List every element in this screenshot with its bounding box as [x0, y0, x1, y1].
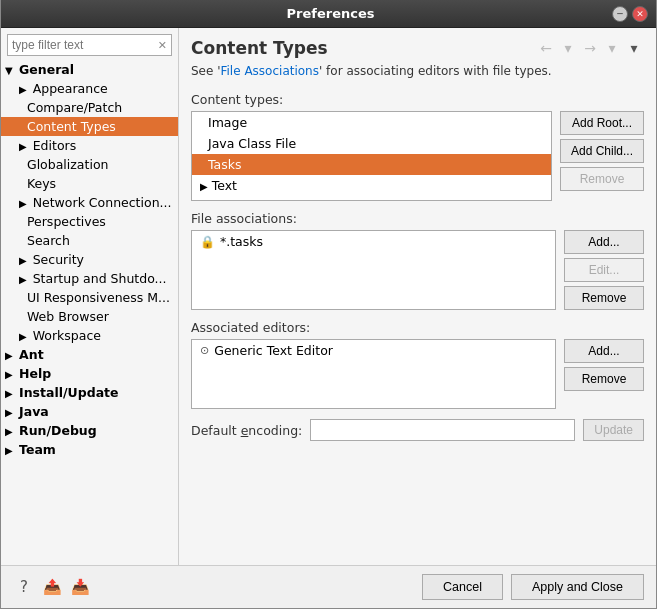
associated-editors-panel: ⊙ Generic Text Editor Add... Remove	[191, 339, 644, 409]
page-title: Content Types	[191, 38, 328, 58]
filter-input[interactable]	[12, 38, 158, 52]
sidebar-item-security[interactable]: ▶ Security	[1, 250, 178, 269]
footer: ? 📤 📥 Cancel Apply and Close	[1, 565, 656, 608]
encoding-row: Default encoding: Update	[191, 419, 644, 441]
list-item-tasks[interactable]: Tasks	[192, 154, 551, 175]
arrow-icon: ▶	[5, 426, 13, 437]
editors-add-button[interactable]: Add...	[564, 339, 644, 363]
toolbar-icons: ← ▾ → ▾ ▾	[536, 38, 644, 58]
export-icon[interactable]: 📤	[41, 576, 63, 598]
forward-dropdown-icon[interactable]: ▾	[602, 38, 622, 58]
import-icon[interactable]: 📥	[69, 576, 91, 598]
sidebar-item-workspace[interactable]: ▶ Workspace	[1, 326, 178, 345]
sidebar-item-compare-patch[interactable]: Compare/Patch	[1, 98, 178, 117]
sidebar-item-editors[interactable]: ▶ Editors	[1, 136, 178, 155]
sidebar-item-globalization[interactable]: Globalization	[1, 155, 178, 174]
arrow-icon: ▶	[5, 388, 13, 399]
arrow-icon: ▶	[19, 84, 27, 95]
file-associations-list[interactable]: 🔒 *.tasks	[191, 230, 556, 310]
title-bar: Preferences ─ ✕	[1, 0, 656, 28]
desc-before: See '	[191, 64, 221, 78]
assoc-item-label: *.tasks	[220, 234, 263, 249]
file-associations-link[interactable]: File Associations	[221, 64, 319, 78]
arrow-icon: ▼	[5, 65, 13, 76]
sidebar-item-search[interactable]: Search	[1, 231, 178, 250]
sidebar-item-content-types[interactable]: Content Types	[1, 117, 178, 136]
list-item[interactable]: ⊙ Generic Text Editor	[192, 340, 555, 361]
dialog-body: ✕ ▼ General ▶ Appearance Compare/Patch C…	[1, 28, 656, 565]
sidebar-item-ant[interactable]: ▶ Ant	[1, 345, 178, 364]
associated-editors-label: Associated editors:	[191, 320, 644, 335]
close-button[interactable]: ✕	[632, 6, 648, 22]
main-content: Content Types ← ▾ → ▾ ▾ See 'File Associ…	[179, 28, 656, 565]
back-dropdown-icon[interactable]: ▾	[558, 38, 578, 58]
tree: ▼ General ▶ Appearance Compare/Patch Con…	[1, 60, 178, 565]
sidebar-item-help[interactable]: ▶ Help	[1, 364, 178, 383]
sidebar-item-run-debug[interactable]: ▶ Run/Debug	[1, 421, 178, 440]
forward-icon[interactable]: →	[580, 38, 600, 58]
arrow-icon: ▶	[19, 198, 27, 209]
arrow-icon: ▶	[19, 274, 27, 285]
content-types-buttons: Add Root... Add Child... Remove	[560, 111, 644, 201]
editor-icon: ⊙	[200, 344, 209, 357]
content-types-list[interactable]: Image Java Class File Tasks ▶Text	[191, 111, 552, 201]
main-header: Content Types ← ▾ → ▾ ▾	[191, 38, 644, 58]
sidebar-item-java[interactable]: ▶ Java	[1, 402, 178, 421]
list-item[interactable]: Java Class File	[192, 133, 551, 154]
lock-icon: 🔒	[200, 235, 215, 249]
update-button[interactable]: Update	[583, 419, 644, 441]
remove-button-1[interactable]: Remove	[560, 167, 644, 191]
sidebar-item-startup[interactable]: ▶ Startup and Shutdo...	[1, 269, 178, 288]
arrow-icon: ▶	[5, 350, 13, 361]
file-associations-panel: 🔒 *.tasks Add... Edit... Remove	[191, 230, 644, 310]
dialog-title: Preferences	[49, 6, 612, 21]
menu-icon[interactable]: ▾	[624, 38, 644, 58]
arrow-icon: ▶	[5, 445, 13, 456]
footer-left: ? 📤 📥	[13, 576, 91, 598]
assoc-remove-button[interactable]: Remove	[564, 286, 644, 310]
arrow-icon: ▶	[19, 141, 27, 152]
assoc-edit-button[interactable]: Edit...	[564, 258, 644, 282]
desc-after: ' for associating editors with file type…	[319, 64, 552, 78]
sidebar-item-general[interactable]: ▼ General	[1, 60, 178, 79]
add-child-button[interactable]: Add Child...	[560, 139, 644, 163]
sidebar-item-install-update[interactable]: ▶ Install/Update	[1, 383, 178, 402]
arrow-icon: ▶	[19, 255, 27, 266]
encoding-label: Default encoding:	[191, 423, 302, 438]
list-item[interactable]: 🔒 *.tasks	[192, 231, 555, 252]
content-types-panel: Image Java Class File Tasks ▶Text Add Ro…	[191, 111, 644, 201]
sidebar-item-team[interactable]: ▶ Team	[1, 440, 178, 459]
footer-right: Cancel Apply and Close	[422, 574, 644, 600]
sidebar: ✕ ▼ General ▶ Appearance Compare/Patch C…	[1, 28, 179, 565]
arrow-icon: ▶	[5, 369, 13, 380]
sidebar-item-perspectives[interactable]: Perspectives	[1, 212, 178, 231]
sidebar-item-web-browser[interactable]: Web Browser	[1, 307, 178, 326]
file-associations-buttons: Add... Edit... Remove	[564, 230, 644, 310]
filter-clear-icon[interactable]: ✕	[158, 39, 167, 52]
editors-buttons: Add... Remove	[564, 339, 644, 409]
arrow-icon: ▶	[5, 407, 13, 418]
back-icon[interactable]: ←	[536, 38, 556, 58]
editors-remove-button[interactable]: Remove	[564, 367, 644, 391]
sidebar-item-appearance[interactable]: ▶ Appearance	[1, 79, 178, 98]
content-types-label: Content types:	[191, 92, 644, 107]
list-item[interactable]: ▶Text	[192, 175, 551, 196]
file-associations-label: File associations:	[191, 211, 644, 226]
description: See 'File Associations' for associating …	[191, 64, 644, 78]
list-item[interactable]: Image	[192, 112, 551, 133]
help-icon[interactable]: ?	[13, 576, 35, 598]
sidebar-item-keys[interactable]: Keys	[1, 174, 178, 193]
cancel-button[interactable]: Cancel	[422, 574, 503, 600]
associated-editors-list[interactable]: ⊙ Generic Text Editor	[191, 339, 556, 409]
apply-close-button[interactable]: Apply and Close	[511, 574, 644, 600]
sidebar-item-network[interactable]: ▶ Network Connection...	[1, 193, 178, 212]
minimize-button[interactable]: ─	[612, 6, 628, 22]
encoding-input[interactable]	[310, 419, 575, 441]
editor-item-label: Generic Text Editor	[214, 343, 333, 358]
arrow-icon: ▶	[19, 331, 27, 342]
assoc-add-button[interactable]: Add...	[564, 230, 644, 254]
preferences-dialog: Preferences ─ ✕ ✕ ▼ General ▶ Appearance	[0, 0, 657, 609]
sidebar-item-ui[interactable]: UI Responsiveness M...	[1, 288, 178, 307]
filter-box[interactable]: ✕	[7, 34, 172, 56]
add-root-button[interactable]: Add Root...	[560, 111, 644, 135]
